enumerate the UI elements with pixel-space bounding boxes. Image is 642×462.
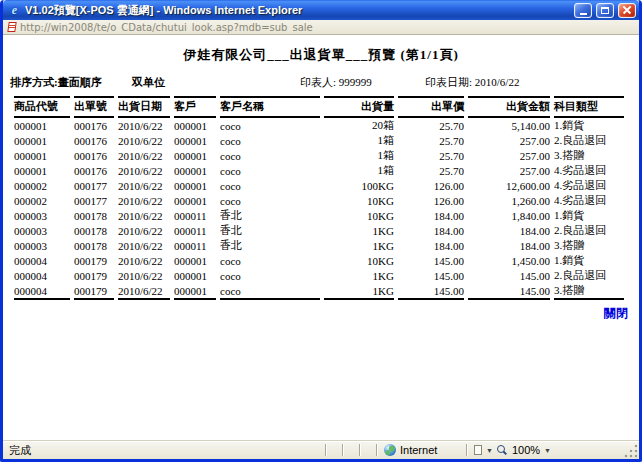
- cell-customer-name: coco: [220, 268, 320, 283]
- cell-ship-amount: 257.00: [468, 163, 550, 178]
- cell-order-no: 000176: [74, 118, 114, 133]
- cell-ship-qty: 1KG: [324, 283, 394, 300]
- cell-customer-name: 香北: [220, 208, 320, 223]
- minimize-icon: [580, 13, 587, 15]
- zoom-panel: ▼ 100% ▼: [468, 441, 623, 459]
- table-row: 000001 000176 2010/6/22 000001 coco 1箱 2…: [14, 148, 624, 163]
- cell-ship-date: 2010/6/22: [118, 253, 170, 268]
- cell-customer: 000011: [174, 223, 216, 238]
- cell-ship-amount: 5,140.00: [468, 118, 550, 133]
- close-link-row: 關閉: [10, 303, 628, 322]
- col-header-account-type: 科目類型: [554, 96, 624, 118]
- cell-customer: 000011: [174, 208, 216, 223]
- cell-ship-qty: 1箱: [324, 163, 394, 178]
- cell-product-code: 000003: [14, 238, 70, 253]
- caret-down-icon[interactable]: ▼: [486, 447, 493, 454]
- cell-account-type: 3.搭贈: [554, 238, 624, 253]
- cell-customer-name: coco: [220, 133, 320, 148]
- cell-account-type: 3.搭贈: [554, 283, 624, 300]
- cell-account-type: 4.劣品退回: [554, 178, 624, 193]
- close-button[interactable]: [618, 3, 636, 18]
- cell-account-type: 1.銷貨: [554, 208, 624, 223]
- col-header-product-code: 商品代號: [14, 96, 70, 118]
- cell-unit-price: 184.00: [398, 208, 464, 223]
- ie-logo-icon: e: [8, 4, 21, 17]
- table-row: 000001 000176 2010/6/22 000001 coco 1箱 2…: [14, 163, 624, 178]
- cell-customer-name: coco: [220, 118, 320, 133]
- cell-account-type: 2.良品退回: [554, 268, 624, 283]
- protected-mode-icon[interactable]: [474, 445, 482, 455]
- cell-unit-price: 25.70: [398, 118, 464, 133]
- cell-customer: 000001: [174, 178, 216, 193]
- cell-account-type: 1.銷貨: [554, 118, 624, 133]
- cell-ship-qty: 10KG: [324, 208, 394, 223]
- cell-product-code: 000002: [14, 193, 70, 208]
- cell-product-code: 000004: [14, 268, 70, 283]
- cell-customer-name: coco: [220, 193, 320, 208]
- close-report-link[interactable]: 關閉: [604, 306, 628, 320]
- col-header-unit-price: 出單價: [398, 96, 464, 118]
- page-content: 伊娃有限公司___出退貨單___預覽 (第1/1頁) 排序方式:畫面順序 双单位…: [3, 35, 639, 440]
- cell-ship-qty: 100KG: [324, 178, 394, 193]
- table-row: 000001 000176 2010/6/22 000001 coco 1箱 2…: [14, 133, 624, 148]
- cell-customer: 000001: [174, 148, 216, 163]
- col-header-customer-name: 客戶名稱: [220, 96, 320, 118]
- cell-unit-price: 25.70: [398, 133, 464, 148]
- cell-ship-amount: 257.00: [468, 148, 550, 163]
- cell-customer: 000011: [174, 238, 216, 253]
- cell-ship-date: 2010/6/22: [118, 163, 170, 178]
- close-icon: [622, 5, 632, 15]
- table-row: 000001 000176 2010/6/22 000001 coco 20箱 …: [14, 118, 624, 133]
- browser-window: e V1.02預覽[X-POS 雲通網] - Windows Internet …: [0, 0, 642, 462]
- report-title: 伊娃有限公司___出退貨單___預覽 (第1/1頁): [10, 46, 632, 64]
- cell-customer-name: 香北: [220, 223, 320, 238]
- cell-ship-date: 2010/6/22: [118, 193, 170, 208]
- cell-account-type: 3.搭贈: [554, 148, 624, 163]
- cell-customer-name: coco: [220, 253, 320, 268]
- security-zone-panel[interactable]: Internet: [378, 441, 466, 459]
- cell-account-type: 2.良品退回: [554, 223, 624, 238]
- globe-icon: [384, 444, 396, 456]
- cell-unit-price: 145.00: [398, 253, 464, 268]
- cell-order-no: 000176: [74, 163, 114, 178]
- cell-order-no: 000178: [74, 238, 114, 253]
- cell-ship-amount: 1,260.00: [468, 193, 550, 208]
- cell-customer: 000001: [174, 133, 216, 148]
- url-text[interactable]: http://win2008/te/o_CData/chutui_look.as…: [20, 22, 313, 33]
- magnifier-icon[interactable]: [497, 445, 508, 456]
- cell-ship-date: 2010/6/22: [118, 268, 170, 283]
- resize-grip[interactable]: [623, 443, 639, 459]
- cell-ship-amount: 257.00: [468, 133, 550, 148]
- cell-unit-price: 184.00: [398, 238, 464, 253]
- statusbar-panel: [344, 441, 359, 459]
- zoom-level-label[interactable]: 100%: [512, 444, 540, 456]
- statusbar-panel: [327, 441, 342, 459]
- col-header-ship-qty: 出貨量: [324, 96, 394, 118]
- caret-down-icon[interactable]: ▼: [544, 447, 551, 454]
- cell-order-no: 000177: [74, 178, 114, 193]
- cell-account-type: 4.劣品退回: [554, 163, 624, 178]
- printed-by-label: 印表人: 999999: [300, 75, 425, 90]
- cell-ship-qty: 1KG: [324, 268, 394, 283]
- zone-label: Internet: [400, 444, 437, 456]
- cell-ship-qty: 1KG: [324, 238, 394, 253]
- cell-account-type: 2.良品退回: [554, 133, 624, 148]
- cell-product-code: 000001: [14, 163, 70, 178]
- cell-unit-price: 145.00: [398, 268, 464, 283]
- cell-customer: 000001: [174, 283, 216, 300]
- title-bar[interactable]: e V1.02預覽[X-POS 雲通網] - Windows Internet …: [3, 0, 639, 20]
- maximize-button[interactable]: [596, 3, 614, 18]
- minimize-button[interactable]: [574, 3, 592, 18]
- cell-customer-name: 香北: [220, 238, 320, 253]
- address-bar[interactable]: http://win2008/te/o_CData/chutui_look.as…: [3, 20, 639, 35]
- cell-order-no: 000179: [74, 268, 114, 283]
- cell-ship-date: 2010/6/22: [118, 178, 170, 193]
- cell-ship-amount: 145.00: [468, 283, 550, 300]
- cell-product-code: 000001: [14, 133, 70, 148]
- cell-customer-name: coco: [220, 148, 320, 163]
- report-table-body: 000001 000176 2010/6/22 000001 coco 20箱 …: [14, 118, 624, 300]
- cell-ship-amount: 184.00: [468, 223, 550, 238]
- cell-ship-amount: 1,450.00: [468, 253, 550, 268]
- cell-ship-qty: 10KG: [324, 193, 394, 208]
- report-table: 商品代號 出單號 出貨日期 客戶 客戶名稱 出貨量 出單價 出貨金額 科目類型 …: [10, 96, 628, 300]
